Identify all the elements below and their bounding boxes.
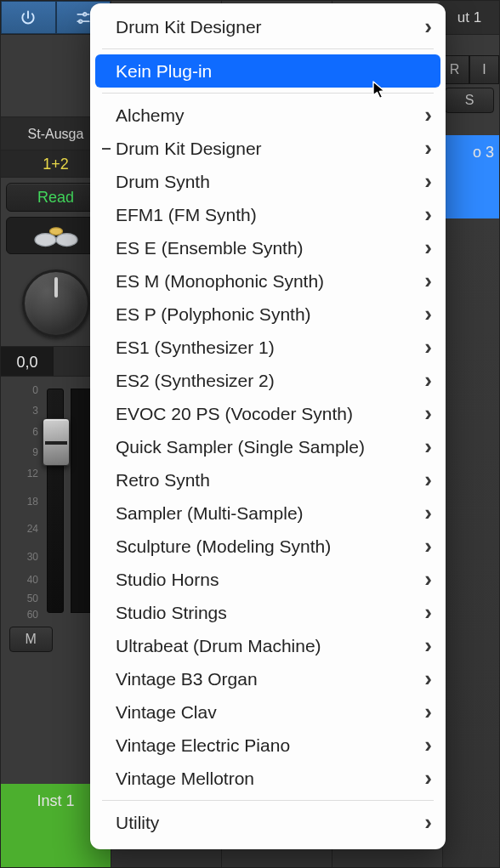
menu-separator (102, 48, 434, 49)
menu-item-plugin[interactable]: Sculpture (Modeling Synth) (90, 530, 446, 563)
menu-item-label: Alchemy (116, 105, 185, 126)
power-button[interactable] (1, 1, 56, 34)
menu-item-plugin[interactable]: Alchemy (90, 99, 446, 132)
menu-item-plugin[interactable]: Studio Strings (90, 596, 446, 629)
menu-item-label: ES1 (Synthesizer 1) (116, 338, 275, 358)
menu-item-label: ES E (Ensemble Synth) (116, 238, 304, 258)
menu-item-label: Vintage Clav (116, 702, 217, 723)
menu-item-utility[interactable]: Utility (90, 806, 446, 839)
menu-item-label: Sampler (Multi-Sample) (116, 503, 304, 524)
record-input-i-button[interactable]: I (469, 55, 499, 84)
menu-item-no-plugin[interactable]: Kein Plug-in (95, 54, 440, 88)
menu-item-plugin[interactable]: Vintage Electric Piano (90, 729, 446, 762)
menu-separator (102, 800, 434, 801)
track-color-right (440, 169, 499, 218)
menu-item-plugin[interactable]: Drum Synth (90, 165, 446, 198)
menu-item-label: Sculpture (Modeling Synth) (116, 536, 331, 557)
menu-item-plugin[interactable]: Studio Horns (90, 563, 446, 596)
menu-item-plugin[interactable]: ES E (Ensemble Synth) (90, 231, 446, 264)
menu-item-plugin[interactable]: EFM1 (FM Synth) (90, 198, 446, 231)
menu-item-label: Kein Plug-in (116, 61, 212, 82)
menu-item-plugin[interactable]: EVOC 20 PS (Vocoder Synth) (90, 397, 446, 430)
mute-button[interactable]: M (9, 627, 53, 652)
track-name-right[interactable]: o 3 (440, 135, 499, 169)
menu-item-plugin[interactable]: ES M (Monophonic Synth) (90, 264, 446, 298)
pan-knob[interactable] (22, 269, 90, 338)
svg-point-3 (56, 234, 77, 247)
menu-item-label: Vintage Mellotron (116, 769, 254, 789)
menu-item-label: Drum Synth (116, 172, 210, 192)
fader-cap[interactable] (43, 418, 70, 466)
menu-item-label: Vintage Electric Piano (116, 735, 290, 756)
menu-item-label: Quick Sampler (Single Sample) (116, 437, 365, 457)
menu-item-label: ES P (Polyphonic Synth) (116, 304, 311, 325)
menu-item-plugin[interactable]: Vintage Mellotron (90, 762, 446, 795)
volume-fader[interactable] (47, 389, 64, 613)
menu-item-label: Studio Horns (116, 570, 219, 590)
menu-item-label: ES2 (Synthesizer 2) (116, 371, 275, 391)
instrument-plugin-menu[interactable]: Drum Kit Designer Kein Plug-in AlchemyDr… (90, 3, 446, 849)
menu-item-label: Drum Kit Designer (116, 17, 262, 37)
menu-separator (102, 93, 434, 94)
menu-item-plugin[interactable]: ES2 (Synthesizer 2) (90, 364, 446, 397)
channel-strip-right: ut 1 sgab d R I S o 3 (440, 1, 499, 218)
menu-item-label: Utility (116, 813, 159, 833)
menu-item-label: Drum Kit Designer (116, 139, 262, 159)
menu-item-label: Vintage B3 Organ (116, 669, 258, 689)
right-output-fragment[interactable]: ut 1 (440, 1, 499, 35)
menu-item-label: Ultrabeat (Drum Machine) (116, 636, 321, 656)
menu-item-label: ES M (Monophonic Synth) (116, 271, 324, 292)
menu-item-label: EFM1 (FM Synth) (116, 205, 257, 225)
menu-item-plugin[interactable]: ES1 (Synthesizer 1) (90, 331, 446, 364)
menu-item-plugin[interactable]: Retro Synth (90, 463, 446, 496)
svg-point-4 (49, 228, 62, 235)
menu-item-plugin[interactable]: ES P (Polyphonic Synth) (90, 298, 446, 331)
menu-item-current-plugin[interactable]: Drum Kit Designer (90, 10, 446, 43)
menu-item-plugin[interactable]: Quick Sampler (Single Sample) (90, 430, 446, 463)
menu-item-plugin[interactable]: Sampler (Multi-Sample) (90, 496, 446, 530)
menu-item-plugin[interactable]: Drum Kit Designer (90, 132, 446, 165)
solo-button[interactable]: S (445, 88, 494, 113)
svg-point-2 (35, 234, 56, 247)
menu-item-plugin[interactable]: Ultrabeat (Drum Machine) (90, 629, 446, 662)
menu-item-plugin[interactable]: Vintage B3 Organ (90, 662, 446, 695)
menu-item-label: EVOC 20 PS (Vocoder Synth) (116, 404, 353, 424)
menu-item-plugin[interactable]: Vintage Clav (90, 695, 446, 729)
meter-scale: 0 3 6 9 12 18 24 30 40 50 60 (6, 385, 42, 616)
dash-indicator-icon (102, 148, 111, 150)
gain-value: 0,0 (1, 347, 54, 376)
menu-item-label: Studio Strings (116, 603, 227, 623)
menu-item-label: Retro Synth (116, 470, 210, 491)
